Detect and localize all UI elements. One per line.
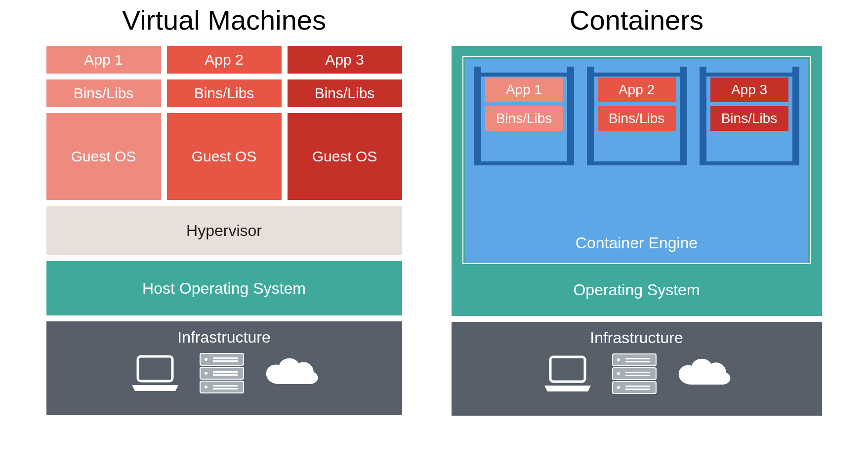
operating-system-layer: App 1 Bins/Libs App 2 B xyxy=(452,46,822,316)
rack-crossbar-icon xyxy=(700,73,799,77)
rack-upright-icon xyxy=(567,67,574,165)
container-engine-layer: App 1 Bins/Libs App 2 B xyxy=(465,59,808,263)
laptop-icon xyxy=(540,354,595,393)
svg-point-4 xyxy=(205,358,207,361)
vm-apps-row: App 1 App 2 App 3 xyxy=(46,46,402,74)
containers-column: Containers App 1 Bins/Libs xyxy=(452,0,822,467)
svg-rect-8 xyxy=(213,360,238,362)
svg-rect-25 xyxy=(625,389,650,390)
vm-app-1: App 1 xyxy=(46,46,161,74)
rack-upright-icon xyxy=(792,67,799,165)
container-app-3: App 3 xyxy=(710,78,788,102)
svg-rect-11 xyxy=(213,385,238,387)
containers-infrastructure-label: Infrastructure xyxy=(590,329,683,347)
host-os-layer: Host Operating System xyxy=(46,261,402,315)
svg-rect-23 xyxy=(625,375,650,376)
container-app-2: App 2 xyxy=(598,78,676,102)
vm-infrastructure-layer: Infrastructure xyxy=(46,321,402,415)
svg-point-18 xyxy=(617,372,620,375)
rack-crossbar-icon xyxy=(474,161,574,165)
rack-crossbar-icon xyxy=(587,73,687,77)
vm-title: Virtual Machines xyxy=(46,4,402,36)
vm-guest-1: Guest OS xyxy=(46,113,161,200)
svg-rect-13 xyxy=(550,357,585,382)
svg-rect-21 xyxy=(625,361,650,362)
container-shelf-2: App 2 Bins/Libs xyxy=(587,67,687,165)
containers-title: Containers xyxy=(452,4,822,36)
svg-point-17 xyxy=(617,358,620,361)
container-bins-3: Bins/Libs xyxy=(710,106,788,131)
vm-app-2: App 2 xyxy=(167,46,282,74)
laptop-icon xyxy=(128,353,182,393)
svg-rect-7 xyxy=(213,357,238,359)
containers-stack: App 1 Bins/Libs App 2 B xyxy=(452,46,822,416)
shelves-row: App 1 Bins/Libs App 2 B xyxy=(474,67,799,165)
vm-guest-2: Guest OS xyxy=(167,113,282,200)
svg-rect-22 xyxy=(625,372,650,373)
rack-crossbar-icon xyxy=(587,161,687,165)
container-shelf-1: App 1 Bins/Libs xyxy=(474,67,574,165)
vm-bins-2: Bins/Libs xyxy=(167,79,282,107)
svg-rect-0 xyxy=(138,356,172,381)
vm-guest-row: Guest OS Guest OS Guest OS xyxy=(46,113,402,200)
svg-rect-20 xyxy=(625,358,650,359)
engine-border: App 1 Bins/Libs App 2 B xyxy=(462,56,811,264)
container-app-1: App 1 xyxy=(485,78,563,102)
vm-bins-row: Bins/Libs Bins/Libs Bins/Libs xyxy=(46,79,402,107)
svg-point-6 xyxy=(205,386,207,389)
svg-rect-24 xyxy=(625,386,650,387)
server-icon xyxy=(198,351,246,395)
container-engine-label: Container Engine xyxy=(474,234,799,252)
vm-column: Virtual Machines App 1 App 2 App 3 Bins/… xyxy=(46,0,402,467)
vm-infra-icons xyxy=(128,351,321,395)
rack-upright-icon xyxy=(700,67,706,165)
svg-rect-9 xyxy=(213,371,238,373)
vm-bins-1: Bins/Libs xyxy=(46,79,161,107)
svg-rect-12 xyxy=(213,388,238,389)
container-shelf-3: App 3 Bins/Libs xyxy=(700,67,799,165)
rack-upright-icon xyxy=(474,67,481,165)
svg-rect-10 xyxy=(213,374,238,376)
vm-infrastructure-label: Infrastructure xyxy=(177,328,271,347)
svg-point-5 xyxy=(205,372,207,375)
rack-crossbar-icon xyxy=(700,161,799,165)
operating-system-label: Operating System xyxy=(462,281,811,299)
containers-infrastructure-layer: Infrastructure xyxy=(452,322,822,416)
rack-upright-icon xyxy=(587,67,594,165)
server-icon xyxy=(611,352,658,395)
rack-upright-icon xyxy=(680,67,687,165)
rack-crossbar-icon xyxy=(474,73,574,77)
container-bins-2: Bins/Libs xyxy=(598,106,676,131)
vm-bins-3: Bins/Libs xyxy=(288,79,402,107)
cloud-icon xyxy=(674,354,733,393)
hypervisor-layer: Hypervisor xyxy=(46,206,402,255)
vm-guest-3: Guest OS xyxy=(288,113,402,200)
cloud-icon xyxy=(261,353,321,393)
container-bins-1: Bins/Libs xyxy=(485,106,563,131)
vm-app-3: App 3 xyxy=(288,46,402,74)
containers-infra-icons xyxy=(540,352,733,395)
svg-point-19 xyxy=(617,386,620,389)
